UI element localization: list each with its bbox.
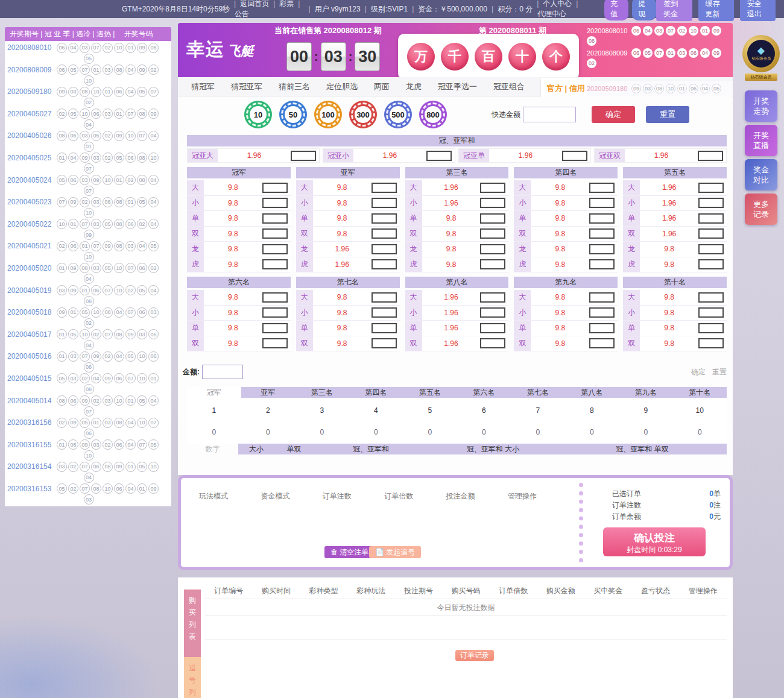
amount-confirm-link[interactable]: 确定 [691,368,706,376]
position-tab[interactable]: 第三名 [295,387,349,398]
play-tab[interactable]: 龙虎 [406,81,422,92]
confirm-button[interactable]: 确定 [592,106,635,123]
bet-amount-input[interactable] [262,183,288,193]
bet-cell[interactable]: 大9.8 [187,180,291,196]
mode-tab[interactable]: 冠、亚军和 单双 [558,444,727,454]
bet-amount-input[interactable] [589,323,615,333]
bet-amount-input[interactable] [698,338,724,348]
bet-amount-input[interactable] [262,338,288,348]
number-cell[interactable]: 7 [511,398,565,423]
bet-cell[interactable]: 小9.8 [514,306,618,321]
bet-cell[interactable]: 虎9.8 [405,257,509,273]
bet-cell[interactable]: 大9.8 [187,290,291,306]
bet-amount-input[interactable] [426,151,452,161]
lottery-history-row[interactable]: 2020080800906050701030804090210 [7,64,171,87]
bet-cell[interactable]: 大1.96 [405,180,509,196]
bet-amount-input[interactable] [371,183,397,193]
clear-bets-button[interactable]: 🗑 清空注单 [324,546,375,558]
bet-cell[interactable]: 虎1.96 [296,257,400,273]
play-tab[interactable]: 猜前三名 [279,81,310,92]
quick-amount-input[interactable] [523,107,576,122]
sum-bet-cell[interactable]: 冠亚小1.96 [323,148,455,163]
bet-chip[interactable]: 500 [384,101,412,128]
bet-amount-input[interactable] [262,323,288,333]
number-cell[interactable]: 8 [565,398,619,423]
topbar-nav-link[interactable]: 彩票 [279,0,294,8]
lottery-history-row[interactable]: 2020040501903090106071002050408 [7,285,171,307]
bet-amount-input[interactable] [371,307,397,318]
bet-cell[interactable]: 单1.96 [623,211,727,227]
lottery-history-row[interactable]: 2020031615403020706080901051004 [7,461,171,483]
withdraw-button[interactable]: 提现 [632,0,656,20]
bet-cell[interactable]: 单1.96 [405,321,509,336]
lottery-history-row[interactable]: 2020040501701051002070809030604 [7,329,171,351]
bet-amount-input[interactable] [589,292,615,303]
bet-cell[interactable]: 单9.8 [623,321,727,336]
position-tab[interactable]: 第七名 [511,387,565,398]
bet-cell[interactable]: 小9.8 [623,306,727,321]
bet-amount-input[interactable] [589,307,615,318]
recharge-button[interactable]: 充值 [604,0,628,20]
lottery-history-row[interactable]: 2020040502702051006030107080904 [7,108,171,131]
start-chase-button[interactable]: 📄 发起追号 [369,546,421,558]
bet-cell[interactable]: 虎9.8 [623,257,727,273]
bet-amount-input[interactable] [698,259,724,269]
bet-cell[interactable]: 龙9.8 [187,242,291,257]
confirm-bet-button[interactable]: 确认投注 封盘时间 0:03:29 [603,527,706,556]
bet-cell[interactable]: 大9.8 [514,180,618,196]
lottery-history-row[interactable]: 2020031615602090501030804100706 [7,417,171,439]
lottery-history-row[interactable]: 2020050918009030810010604050702 [7,86,171,108]
position-tab[interactable]: 冠军 [187,387,241,398]
reset-button[interactable]: 重置 [646,106,689,123]
floating-button[interactable]: 开奖走势 [745,90,777,122]
bet-cell[interactable]: 单9.8 [296,321,400,336]
bet-amount-input[interactable] [371,244,397,254]
bet-cell[interactable]: 小9.8 [296,306,400,321]
bet-amount-input[interactable] [589,259,615,269]
bet-cell[interactable]: 单9.8 [405,211,509,227]
number-cell[interactable]: 6 [457,398,511,423]
bet-cell[interactable]: 虎9.8 [514,257,618,273]
bet-chip[interactable]: 300 [349,101,377,128]
mode-tab[interactable]: 冠、亚军和 [314,444,428,454]
bet-cell[interactable]: 小9.8 [187,196,291,212]
position-tab[interactable]: 亚军 [241,387,296,398]
history-list[interactable]: 2020080801006040307021001090805202008080… [5,41,171,506]
bet-chip[interactable]: 10 [244,101,272,128]
position-tab[interactable]: 第四名 [349,387,403,398]
bet-amount-input[interactable] [480,323,505,333]
order-record-button[interactable]: 订单记录 [455,650,494,661]
bet-chip[interactable]: 100 [314,101,342,128]
bet-amount-input[interactable] [371,292,397,303]
bet-cell[interactable]: 大9.8 [296,180,400,196]
number-cell[interactable]: 4 [349,398,403,423]
bet-amount-input[interactable] [480,183,505,193]
number-cell[interactable]: 2 [241,398,296,423]
number-cell[interactable]: 5 [403,398,457,423]
position-tab[interactable]: 第九名 [619,387,673,398]
topbar-action-button[interactable]: 签到奖金 [656,0,692,21]
tab-chase-list[interactable]: 追号列表 [184,657,201,698]
bet-cell[interactable]: 双1.96 [405,336,509,352]
bet-cell[interactable]: 单9.8 [514,321,618,336]
bet-cell[interactable]: 虎9.8 [187,257,291,273]
floating-button[interactable]: 奖金对比 [745,159,777,190]
bet-amount-input[interactable] [480,228,505,239]
bet-amount-input[interactable] [698,228,724,239]
play-tab[interactable]: 猜冠军 [191,81,215,92]
lottery-history-row[interactable]: 2020040501809010510080407060302 [7,307,171,329]
number-cell[interactable]: 9 [619,398,673,423]
bet-cell[interactable]: 单9.8 [187,211,291,227]
position-tab[interactable]: 第六名 [457,387,511,398]
bet-amount-input[interactable] [698,307,724,318]
bet-amount-input[interactable] [480,259,505,269]
lottery-history-row[interactable]: 2020040502001090803051007060204 [7,263,171,285]
bet-amount-input[interactable] [698,198,724,208]
lottery-history-row[interactable]: 2020040502405060309100102080407 [7,175,171,197]
lottery-history-row[interactable]: 2020040501408060902031001050407 [7,395,171,418]
bet-amount-input[interactable] [262,244,288,254]
play-tab[interactable]: 两面 [374,81,390,92]
bet-cell[interactable]: 龙9.8 [405,242,509,257]
bet-amount-input[interactable] [480,213,505,224]
bet-cell[interactable]: 龙9.8 [514,242,618,257]
